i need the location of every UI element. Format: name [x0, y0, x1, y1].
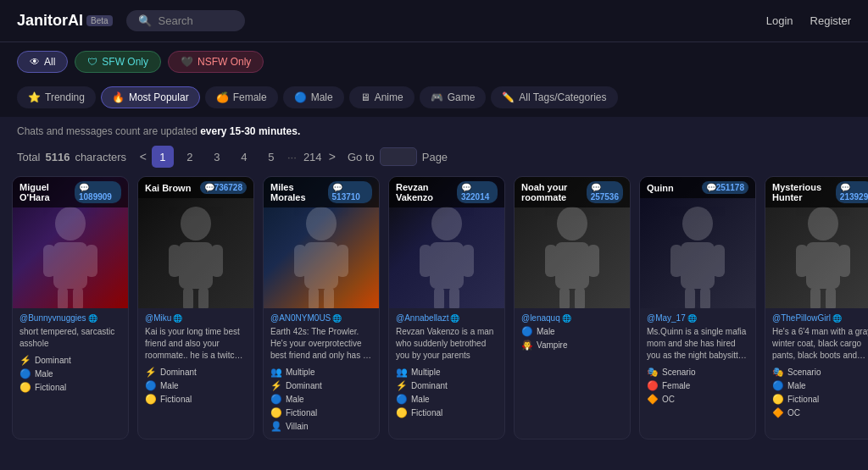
creator-5[interactable]: @May_17 🌐 — [647, 313, 748, 323]
page-5-button[interactable]: 5 — [260, 146, 282, 168]
tag-icon-6-2: 🟡 — [772, 394, 784, 405]
tags-0: ⚡Dominant🔵Male🟡Fictional — [19, 355, 121, 393]
tag-6-1[interactable]: 🔵Male — [772, 380, 868, 391]
tag-2-2[interactable]: 🔵Male — [270, 394, 372, 405]
page-3-button[interactable]: 3 — [206, 146, 228, 168]
page-4-button[interactable]: 4 — [233, 146, 255, 168]
tag-5-1[interactable]: 🔴Female — [647, 380, 748, 391]
svg-rect-4 — [58, 287, 68, 308]
cat-female[interactable]: 🍊 Female — [205, 86, 278, 108]
tag-1-0[interactable]: ⚡Dominant — [145, 367, 247, 378]
page-2-button[interactable]: 2 — [179, 146, 201, 168]
cat-male[interactable]: 🔵 Male — [283, 86, 344, 108]
tag-3-2[interactable]: 🔵Male — [396, 394, 498, 405]
tag-1-2[interactable]: 🟡Fictional — [145, 394, 247, 405]
tag-icon-0-2: 🟡 — [19, 382, 31, 393]
login-button[interactable]: Login — [766, 14, 793, 27]
svg-rect-3 — [86, 245, 97, 277]
card-name-bar-6: Mysterious Hunter💬213929 — [765, 177, 868, 207]
card-2[interactable]: Miles Morales💬513710@AN0NYM0US 🌐Earth 42… — [263, 176, 380, 440]
creator-4[interactable]: @lenaquq 🌐 — [521, 313, 623, 323]
characters-label: characters — [75, 151, 126, 163]
tag-icon-4-0: 🔵 — [521, 326, 533, 337]
category-bar: ⭐ Trending 🔥 Most Popular 🍊 Female 🔵 Mal… — [0, 81, 868, 117]
filter-nsfw[interactable]: 🖤 NSFW Only — [168, 51, 264, 73]
cat-all-tags[interactable]: ✏️ All Tags/Categories — [491, 86, 617, 108]
tag-label-0-2: Fictional — [35, 383, 66, 392]
tag-label-1-1: Male — [160, 381, 179, 390]
page-goto-input[interactable] — [380, 147, 417, 166]
filter-all[interactable]: 👁 All — [17, 51, 68, 73]
svg-rect-26 — [545, 245, 557, 277]
creator-6[interactable]: @ThePillowGirl 🌐 — [772, 313, 868, 323]
tags-1: ⚡Dominant🔵Male🟡Fictional — [145, 367, 247, 405]
card-5[interactable]: Quinn💬251178@May_17 🌐Ms.Quinn is a singl… — [639, 176, 756, 440]
tag-3-0[interactable]: 👥Multiple — [396, 367, 498, 378]
card-4[interactable]: Noah your roommate💬257536@lenaquq 🌐🔵Male… — [514, 176, 631, 440]
svg-rect-39 — [838, 245, 850, 277]
tag-6-0[interactable]: 🎭Scenario — [772, 367, 868, 378]
card-desc-6: He's a 6'4 man with a gray winter coat, … — [772, 326, 868, 362]
next-page-button[interactable]: > — [329, 150, 336, 163]
tag-1-1[interactable]: 🔵Male — [145, 380, 247, 391]
tag-4-0[interactable]: 🔵Male — [521, 326, 623, 337]
card-3[interactable]: Revzan Vakenzo💬322014@Annabellazt 🌐Revza… — [388, 176, 505, 440]
tag-4-1[interactable]: 🧛Vampire — [521, 340, 623, 351]
card-body-6: @ThePillowGirl 🌐He's a 6'4 man with a gr… — [765, 308, 868, 425]
tag-5-0[interactable]: 🎭Scenario — [647, 367, 748, 378]
tag-0-0[interactable]: ⚡Dominant — [19, 355, 121, 366]
search-icon: 🔍 — [138, 14, 152, 27]
svg-point-0 — [55, 207, 86, 241]
tag-2-1[interactable]: ⚡Dominant — [270, 380, 372, 391]
register-button[interactable]: Register — [810, 14, 851, 27]
cat-most-popular[interactable]: 🔥 Most Popular — [101, 86, 200, 108]
pencil-icon: ✏️ — [502, 91, 515, 103]
tag-label-3-0: Multiple — [411, 368, 440, 377]
cat-trending[interactable]: ⭐ Trending — [17, 86, 96, 108]
tag-icon-5-1: 🔴 — [647, 380, 659, 391]
search-bar[interactable]: 🔍 Search — [126, 10, 245, 31]
tag-2-3[interactable]: 🟡Fictional — [270, 407, 372, 418]
card-desc-3: Revzan Vakenzo is a man who suddenly bet… — [396, 326, 498, 362]
creator-1[interactable]: @Miku 🌐 — [145, 313, 247, 323]
tag-3-3[interactable]: 🟡Fictional — [396, 407, 498, 418]
tag-5-2[interactable]: 🔶OC — [647, 394, 748, 405]
page-1-button[interactable]: 1 — [152, 146, 174, 168]
card-1[interactable]: Kai Brown💬736728@Miku 🌐Kai is your long … — [137, 176, 254, 440]
creator-2[interactable]: @AN0NYM0US 🌐 — [270, 313, 372, 323]
card-name-bar-1: Kai Brown💬736728 — [138, 177, 253, 198]
prev-page-button[interactable]: < — [140, 150, 147, 163]
filter-sfw[interactable]: 🛡 SFW Only — [75, 51, 161, 73]
tag-label-6-1: Male — [787, 381, 806, 390]
tag-2-0[interactable]: 👥Multiple — [270, 367, 372, 378]
chat-count-2: 💬513710 — [328, 181, 372, 203]
tag-0-1[interactable]: 🔵Male — [19, 368, 121, 379]
tag-0-2[interactable]: 🟡Fictional — [19, 382, 121, 393]
star-icon: ⭐ — [28, 91, 41, 103]
tag-3-1[interactable]: ⚡Dominant — [396, 380, 498, 391]
creator-3[interactable]: @Annabellazt 🌐 — [396, 313, 498, 323]
tag-6-2[interactable]: 🟡Fictional — [772, 394, 868, 405]
tag-label-5-0: Scenario — [662, 368, 695, 377]
tag-6-3[interactable]: 🔶OC — [772, 407, 868, 418]
card-6[interactable]: Mysterious Hunter💬213929@ThePillowGirl 🌐… — [765, 176, 868, 440]
svg-rect-28 — [559, 287, 570, 308]
cat-anime[interactable]: 🖥 Anime — [349, 86, 415, 108]
tag-label-0-1: Male — [35, 369, 53, 379]
pagination: Total 5116 characters < 1 2 3 4 5 ··· 21… — [0, 142, 868, 176]
tag-label-4-0: Male — [537, 327, 555, 336]
card-body-5: @May_17 🌐Ms.Quinn is a single mafia mom … — [640, 308, 755, 412]
card-0[interactable]: Miguel O'Hara💬1089909@Bunnyvnuggies 🌐sho… — [12, 176, 129, 440]
creator-0[interactable]: @Bunnyvnuggies 🌐 — [19, 313, 121, 323]
card-desc-1: Kai is your long time best friend and al… — [145, 326, 247, 362]
cat-game[interactable]: 🎮 Game — [420, 86, 487, 108]
svg-rect-13 — [304, 242, 338, 289]
chat-count-3: 💬322014 — [457, 181, 498, 203]
last-page-button[interactable]: 214 — [302, 146, 324, 168]
goto-container: Go to Page — [348, 147, 448, 166]
logo[interactable]: JanitorAI Beta — [17, 12, 113, 30]
tag-2-4[interactable]: 👤Villain — [270, 421, 372, 432]
svg-rect-27 — [587, 245, 599, 277]
total-label: Total — [17, 151, 40, 163]
female-icon: 🍊 — [216, 91, 229, 103]
